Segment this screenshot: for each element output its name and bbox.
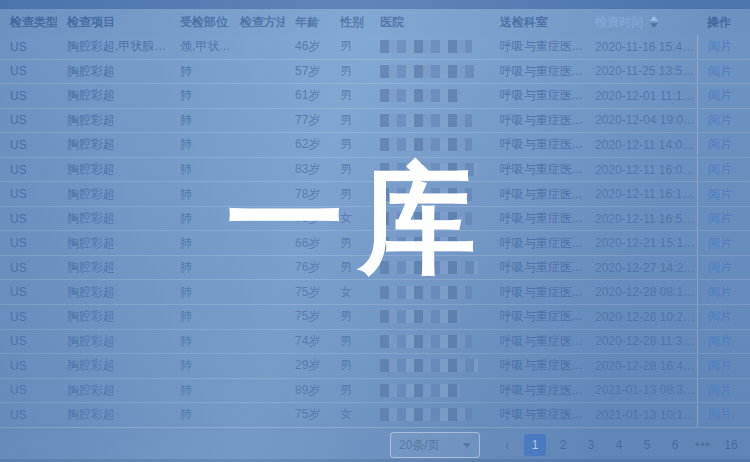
cell-gender: 男 — [330, 38, 370, 55]
column-header-label: 检查方法 — [240, 14, 285, 31]
cell-exam_type: US — [0, 212, 57, 226]
view-images-link[interactable]: 阅片 — [708, 87, 732, 104]
page-button-2[interactable]: 2 — [552, 434, 574, 456]
page-size-select[interactable]: 20条/页 — [390, 432, 480, 458]
cell-exam_time: 2020-12-04 19:03:24 — [585, 113, 697, 127]
top-strip — [0, 0, 750, 9]
cell-hospital — [370, 65, 490, 78]
cell-age: 89岁 — [285, 382, 330, 399]
page-button-16[interactable]: 16 — [720, 434, 742, 456]
cell-gender: 男 — [330, 382, 370, 399]
cell-actions: 阅片 — [697, 182, 750, 206]
cell-actions: 阅片 — [697, 158, 750, 182]
cell-body_part: 颈,甲状... — [170, 38, 230, 55]
table-row: US胸腔彩超肺62岁男呼吸与重症医...2020-12-11 14:00:14阅… — [0, 133, 750, 158]
sort-desc-icon[interactable] — [650, 23, 658, 28]
hospital-redaction-blur — [380, 408, 472, 421]
column-header-exam_item: 检查项目 — [57, 14, 170, 31]
cell-actions: 阅片 — [697, 280, 750, 304]
table-row: US胸腔彩超肺61岁男呼吸与重症医...2020-12-01 11:14:21阅… — [0, 84, 750, 109]
hospital-redaction-blur — [380, 286, 472, 299]
cell-body_part: 肺 — [170, 284, 230, 301]
cell-exam_time: 2020-11-16 15:44:49 — [585, 40, 697, 54]
cell-body_part: 肺 — [170, 87, 230, 104]
table-row: US胸腔彩超,甲状腺彩超颈,甲状...46岁男呼吸与重症医...2020-11-… — [0, 35, 750, 60]
view-images-link[interactable]: 阅片 — [708, 406, 732, 423]
cell-gender: 男 — [330, 186, 370, 203]
column-header-label: 医院 — [380, 14, 404, 31]
cell-exam_item: 胸腔彩超 — [57, 63, 170, 80]
column-header-age: 年龄 — [285, 14, 330, 31]
hospital-redaction-blur — [380, 65, 478, 78]
cell-gender: 男 — [330, 333, 370, 350]
cell-body_part: 肺 — [170, 63, 230, 80]
view-images-link[interactable]: 阅片 — [708, 210, 732, 227]
view-images-link[interactable]: 阅片 — [708, 235, 732, 252]
table-row: US胸腔彩超肺76岁女呼吸与重症医...2020-12-11 16:50:25阅… — [0, 207, 750, 232]
cell-actions: 阅片 — [697, 133, 750, 157]
cell-exam_item: 胸腔彩超 — [57, 136, 170, 153]
page-size-label: 20条/页 — [399, 437, 440, 454]
cell-gender: 男 — [330, 63, 370, 80]
more-pages-button[interactable]: ••• — [692, 434, 714, 456]
hospital-redaction-blur — [380, 335, 472, 348]
view-images-link[interactable]: 阅片 — [708, 186, 732, 203]
cell-gender: 女 — [330, 406, 370, 423]
page-button-5[interactable]: 5 — [636, 434, 658, 456]
hospital-redaction-blur — [380, 89, 460, 102]
view-images-link[interactable]: 阅片 — [708, 259, 732, 276]
cell-gender: 男 — [330, 259, 370, 276]
cell-hospital — [370, 40, 490, 53]
cell-age: 75岁 — [285, 406, 330, 423]
sort-carets-icon[interactable] — [650, 16, 658, 28]
cell-exam_item: 胸腔彩超,甲状腺彩超 — [57, 38, 170, 55]
hospital-redaction-blur — [380, 384, 460, 397]
view-images-link[interactable]: 阅片 — [708, 357, 732, 374]
column-header-hospital: 医院 — [370, 14, 490, 31]
page-button-6[interactable]: 6 — [664, 434, 686, 456]
column-header-body_part: 受检部位 — [170, 14, 230, 31]
cell-age: 83岁 — [285, 161, 330, 178]
cell-actions: 阅片 — [697, 403, 750, 427]
cell-body_part: 肺 — [170, 333, 230, 350]
cell-exam_type: US — [0, 285, 57, 299]
column-header-label: 受检部位 — [180, 14, 228, 31]
hospital-redaction-blur — [380, 188, 472, 201]
cell-body_part: 肺 — [170, 235, 230, 252]
view-images-link[interactable]: 阅片 — [708, 284, 732, 301]
column-header-label: 年龄 — [295, 14, 319, 31]
cell-exam_type: US — [0, 163, 57, 177]
view-images-link[interactable]: 阅片 — [708, 333, 732, 350]
cell-age: 78岁 — [285, 186, 330, 203]
column-header-label: 送检科室 — [500, 14, 548, 31]
view-images-link[interactable]: 阅片 — [708, 308, 732, 325]
column-header-exam_time[interactable]: 检查时间 — [585, 14, 697, 31]
cell-department: 呼吸与重症医... — [490, 186, 585, 203]
cell-exam_item: 胸腔彩超 — [57, 112, 170, 129]
page-button-3[interactable]: 3 — [580, 434, 602, 456]
view-images-link[interactable]: 阅片 — [708, 112, 732, 129]
cell-body_part: 肺 — [170, 308, 230, 325]
cell-exam_type: US — [0, 89, 57, 103]
view-images-link[interactable]: 阅片 — [708, 161, 732, 178]
cell-exam_time: 2021-01-13 10:17:16 — [585, 408, 697, 422]
cell-exam_type: US — [0, 187, 57, 201]
page-button-1[interactable]: 1 — [524, 434, 546, 456]
view-images-link[interactable]: 阅片 — [708, 63, 732, 80]
page-button-4[interactable]: 4 — [608, 434, 630, 456]
sort-asc-icon[interactable] — [650, 16, 658, 21]
prev-page-button[interactable]: ‹ — [496, 434, 518, 456]
column-header-label: 操作 — [707, 14, 731, 31]
cell-exam_item: 胸腔彩超 — [57, 235, 170, 252]
cell-hospital — [370, 114, 490, 127]
view-images-link[interactable]: 阅片 — [708, 136, 732, 153]
table-row: US胸腔彩超肺78岁男呼吸与重症医...2020-12-11 16:14:49阅… — [0, 182, 750, 207]
table-row: US胸腔彩超肺77岁男呼吸与重症医...2020-12-04 19:03:24阅… — [0, 109, 750, 134]
view-images-link[interactable]: 阅片 — [708, 382, 732, 399]
cell-age: 62岁 — [285, 136, 330, 153]
cell-exam_type: US — [0, 138, 57, 152]
cell-exam_time: 2020-12-28 16:45:15 — [585, 359, 697, 373]
view-images-link[interactable]: 阅片 — [708, 38, 732, 55]
cell-gender: 女 — [330, 210, 370, 227]
cell-exam_item: 胸腔彩超 — [57, 333, 170, 350]
